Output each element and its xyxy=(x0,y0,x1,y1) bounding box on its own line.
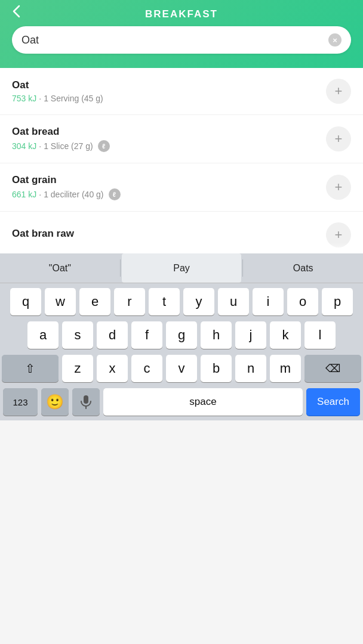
result-detail: 753 kJ · 1 Serving (45 g) xyxy=(12,94,326,103)
key-o[interactable]: o xyxy=(287,288,318,315)
keyboard-row-1: q w e r t y u i o p xyxy=(2,288,361,315)
badge-icon: ℓ xyxy=(98,140,110,152)
header: BREAKFAST × xyxy=(0,0,363,68)
keyboard-suggestions: "Oat" Pay Oats xyxy=(0,253,363,283)
key-j[interactable]: j xyxy=(235,321,266,349)
search-key[interactable]: Search xyxy=(306,388,360,416)
result-detail: 661 kJ · 1 deciliter (40 g) ℓ xyxy=(12,188,326,200)
key-b[interactable]: b xyxy=(201,355,232,382)
suggestion-oats[interactable]: Oats xyxy=(243,253,363,283)
key-s[interactable]: s xyxy=(62,321,93,349)
result-item-oat-bran-raw: Oat bran raw + xyxy=(0,212,363,253)
results-list: Oat 753 kJ · 1 Serving (45 g) + Oat brea… xyxy=(0,68,363,253)
result-info: Oat grain 661 kJ · 1 deciliter (40 g) ℓ xyxy=(12,174,326,200)
kj-value: 661 kJ xyxy=(12,190,36,199)
key-i[interactable]: i xyxy=(253,288,284,315)
key-l[interactable]: l xyxy=(304,321,336,349)
badge-icon: ℓ xyxy=(109,188,121,200)
search-input[interactable] xyxy=(21,34,328,47)
serving-size: 1 Slice (27 g) xyxy=(44,141,93,151)
key-w[interactable]: w xyxy=(45,288,76,315)
page-title: BREAKFAST xyxy=(12,8,351,20)
result-name: Oat bread xyxy=(12,126,326,138)
add-oat-bread-button[interactable]: + xyxy=(326,126,351,151)
svg-rect-0 xyxy=(84,395,88,404)
key-g[interactable]: g xyxy=(166,321,197,349)
key-m[interactable]: m xyxy=(270,355,301,382)
result-item-oat-bread: Oat bread 304 kJ · 1 Slice (27 g) ℓ + xyxy=(0,115,363,163)
result-name: Oat grain xyxy=(12,174,326,186)
result-detail: 304 kJ · 1 Slice (27 g) ℓ xyxy=(12,140,326,152)
backspace-key[interactable]: ⌫ xyxy=(304,355,361,382)
emoji-key[interactable]: 🙂 xyxy=(41,388,69,416)
key-d[interactable]: d xyxy=(97,321,128,349)
keyboard: q w e r t y u i o p a s d f g h j k l ⇧ … xyxy=(0,283,363,420)
key-x[interactable]: x xyxy=(97,355,128,382)
result-name: Oat bran raw xyxy=(12,228,326,240)
key-e[interactable]: e xyxy=(79,288,110,315)
key-v[interactable]: v xyxy=(166,355,197,382)
key-t[interactable]: t xyxy=(149,288,180,315)
key-r[interactable]: r xyxy=(114,288,145,315)
key-h[interactable]: h xyxy=(201,321,232,349)
search-bar-container: × xyxy=(12,26,351,54)
search-bar: × xyxy=(12,26,351,54)
key-a[interactable]: a xyxy=(27,321,59,349)
space-key[interactable]: space xyxy=(103,388,303,416)
suggestion-pay[interactable]: Pay xyxy=(122,253,242,283)
key-123[interactable]: 123 xyxy=(3,388,38,416)
suggestion-divider xyxy=(120,259,121,277)
search-clear-button[interactable]: × xyxy=(328,33,342,47)
header-top: BREAKFAST xyxy=(0,0,363,26)
result-info: Oat bran raw xyxy=(12,228,326,242)
key-p[interactable]: p xyxy=(322,288,353,315)
keyboard-row-2: a s d f g h j k l xyxy=(2,321,361,349)
kj-value: 304 kJ xyxy=(12,141,36,151)
key-q[interactable]: q xyxy=(10,288,41,315)
result-info: Oat bread 304 kJ · 1 Slice (27 g) ℓ xyxy=(12,126,326,152)
key-n[interactable]: n xyxy=(235,355,266,382)
shift-key[interactable]: ⇧ xyxy=(2,355,59,382)
suggestion-quoted-oat[interactable]: "Oat" xyxy=(0,253,120,283)
key-f[interactable]: f xyxy=(131,321,162,349)
mic-key[interactable] xyxy=(72,388,100,416)
serving-size: 1 Serving (45 g) xyxy=(44,94,103,103)
result-item-oat: Oat 753 kJ · 1 Serving (45 g) + xyxy=(0,68,363,115)
back-button[interactable] xyxy=(12,5,20,21)
add-oat-button[interactable]: + xyxy=(326,79,351,104)
result-item-oat-grain: Oat grain 661 kJ · 1 deciliter (40 g) ℓ … xyxy=(0,163,363,212)
keyboard-row-bottom: 123 🙂 space Search xyxy=(2,388,361,416)
serving-size: 1 deciliter (40 g) xyxy=(44,190,103,199)
key-k[interactable]: k xyxy=(270,321,301,349)
result-info: Oat 753 kJ · 1 Serving (45 g) xyxy=(12,79,326,103)
key-y[interactable]: y xyxy=(183,288,214,315)
result-name: Oat xyxy=(12,79,326,91)
key-z[interactable]: z xyxy=(62,355,93,382)
keyboard-row-3: ⇧ z x c v b n m ⌫ xyxy=(2,355,361,382)
kj-value: 753 kJ xyxy=(12,94,36,103)
key-u[interactable]: u xyxy=(218,288,249,315)
key-c[interactable]: c xyxy=(131,355,162,382)
add-oat-grain-button[interactable]: + xyxy=(326,175,351,200)
